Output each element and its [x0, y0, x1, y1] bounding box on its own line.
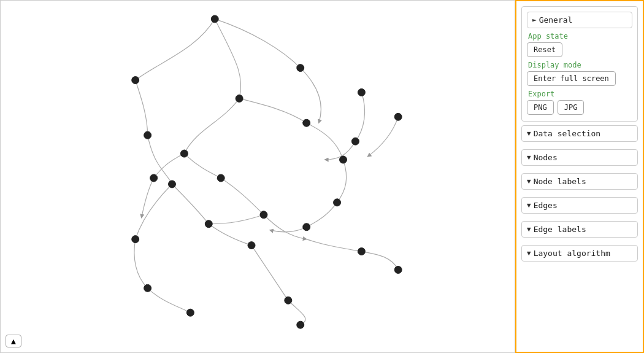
layout-algorithm-arrow: ▼ — [527, 249, 531, 257]
layout-algorithm-label: Layout algorithm — [534, 249, 610, 258]
node[interactable] — [150, 174, 158, 182]
png-button[interactable]: PNG — [527, 100, 554, 115]
node[interactable] — [334, 199, 341, 206]
node[interactable] — [132, 236, 139, 243]
edge-labels-label: Edge labels — [534, 225, 586, 234]
nodes-arrow: ▼ — [527, 153, 531, 161]
general-label: General — [539, 15, 573, 25]
general-arrow: ► — [532, 16, 537, 24]
edges-arrow: ▼ — [527, 201, 531, 209]
node-labels-arrow: ▼ — [527, 177, 531, 185]
node[interactable] — [217, 174, 224, 182]
node[interactable] — [358, 88, 365, 96]
collapse-button[interactable]: ▲ — [6, 335, 21, 347]
app-state-group: App state Reset — [527, 32, 632, 57]
node[interactable] — [297, 321, 304, 328]
export-buttons: PNG JPG — [527, 100, 632, 115]
section-header-node-labels[interactable]: ▼Node labels — [521, 173, 638, 190]
jpg-button[interactable]: JPG — [558, 100, 585, 115]
sidebar: ► General App state Reset Display mode E… — [515, 0, 644, 353]
reset-button[interactable]: Reset — [527, 42, 562, 57]
export-label: Export — [528, 90, 632, 98]
nodes-label: Nodes — [534, 153, 558, 162]
node[interactable] — [144, 131, 151, 139]
node[interactable] — [180, 150, 188, 157]
section-header-layout-algorithm[interactable]: ▼Layout algorithm — [521, 245, 638, 262]
node[interactable] — [394, 266, 402, 273]
node[interactable] — [248, 242, 255, 249]
data-selection-arrow: ▼ — [527, 130, 531, 138]
node[interactable] — [211, 15, 218, 23]
display-mode-label: Display mode — [528, 61, 632, 69]
node[interactable] — [303, 223, 310, 231]
section-header-nodes[interactable]: ▼Nodes — [521, 149, 638, 166]
section-header-edge-labels[interactable]: ▼Edge labels — [521, 221, 638, 238]
node[interactable] — [297, 64, 304, 72]
enter-fullscreen-button[interactable]: Enter full screen — [527, 71, 616, 86]
edge-labels-arrow: ▼ — [527, 225, 531, 233]
section-header-data-selection[interactable]: ▼Data selection — [521, 125, 638, 142]
node[interactable] — [236, 95, 243, 102]
export-group: Export PNG JPG — [527, 90, 632, 115]
node[interactable] — [169, 180, 176, 188]
general-header[interactable]: ► General — [527, 12, 632, 28]
edges-label: Edges — [534, 201, 558, 210]
node[interactable] — [351, 138, 359, 145]
node[interactable] — [260, 211, 267, 219]
node[interactable] — [340, 156, 347, 163]
node[interactable] — [303, 119, 310, 126]
graph-canvas[interactable]: ▲ — [0, 0, 515, 353]
node[interactable] — [205, 220, 212, 228]
node[interactable] — [394, 113, 402, 120]
collapsed-sections: ▼Data selection▼Nodes▼Node labels▼Edges▼… — [521, 125, 638, 265]
node[interactable] — [358, 248, 365, 255]
node[interactable] — [285, 297, 292, 304]
node[interactable] — [186, 309, 194, 316]
app-state-label: App state — [528, 32, 632, 41]
node[interactable] — [132, 77, 139, 84]
general-section: ► General App state Reset Display mode E… — [521, 6, 638, 122]
node[interactable] — [144, 284, 151, 292]
section-header-edges[interactable]: ▼Edges — [521, 197, 638, 214]
data-selection-label: Data selection — [534, 129, 601, 138]
display-mode-group: Display mode Enter full screen — [527, 61, 632, 86]
node-labels-label: Node labels — [534, 177, 586, 186]
